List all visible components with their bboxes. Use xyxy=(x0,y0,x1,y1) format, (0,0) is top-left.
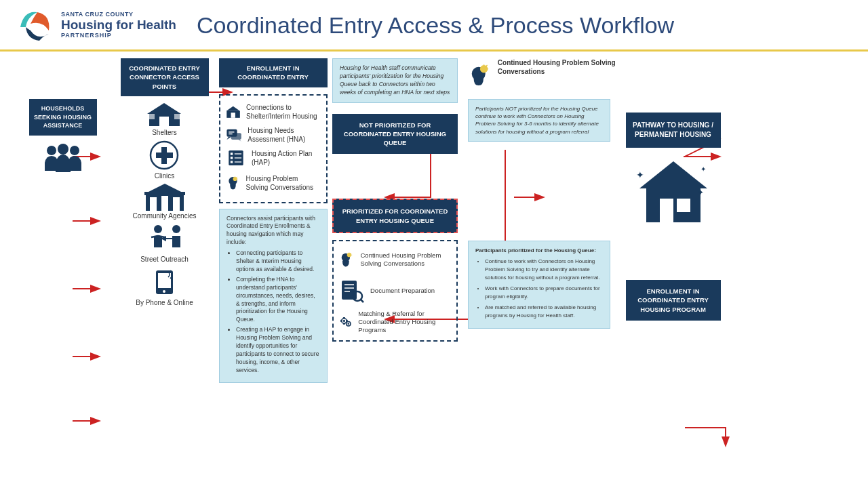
connector-bullet-1: Connecting participants to Shelter & Int… xyxy=(236,249,320,274)
logo-sub: PARTNERSHIP xyxy=(61,33,176,39)
enroll-item-hna: Housing Needs Assessment (HNA) xyxy=(226,125,321,144)
prio-matching-label: Matching & Referral for Coordinated Entr… xyxy=(358,310,451,335)
pathway-box: PATHWAY TO HOUSING / PERMANENT HOUSING xyxy=(626,113,721,148)
svg-point-74 xyxy=(347,323,349,325)
svg-rect-17 xyxy=(159,117,169,126)
enrollment-items-list: Connections to Shelter/Interim Housing H… xyxy=(219,94,328,203)
access-points-title: COORDINATED ENTRY CONNECTOR ACCESS POINT… xyxy=(121,58,209,96)
svg-point-38 xyxy=(163,290,165,293)
connector-bullet-2: Completing the HNA to understand partici… xyxy=(236,276,320,324)
svg-text:✦: ✦ xyxy=(697,188,704,197)
svg-marker-16 xyxy=(147,103,181,114)
header: SANTA CRUZ COUNTY Housing for Health PAR… xyxy=(0,0,868,52)
page-title: Coordinated Entry Access & Process Workf… xyxy=(197,12,674,39)
hna-label: Housing Needs Assessment (HNA) xyxy=(248,126,321,144)
svg-rect-41 xyxy=(231,113,235,118)
svg-rect-86 xyxy=(677,199,690,212)
prio-item-chps: Continued Housing Problem Solving Conver… xyxy=(339,247,451,272)
head-lightbulb-icon xyxy=(468,58,492,92)
logo-text: SANTA CRUZ COUNTY Housing for Health PAR… xyxy=(61,12,176,39)
house-icon: ✦ ✦ ✦ xyxy=(633,158,714,226)
prio-text-box: Participants prioritized for the Housing… xyxy=(468,241,610,329)
phone-icon xyxy=(149,267,180,298)
prio-bullet-1: Continue to work with Connectors on Hous… xyxy=(485,258,603,282)
svg-rect-78 xyxy=(347,320,348,322)
svg-rect-53 xyxy=(231,161,233,163)
svg-rect-75 xyxy=(343,317,345,319)
svg-text:✦: ✦ xyxy=(701,165,706,173)
col4-middle: Housing for Health staff communicate par… xyxy=(332,58,468,462)
hna-icon xyxy=(226,125,242,144)
svg-rect-44 xyxy=(231,133,241,140)
svg-rect-76 xyxy=(343,323,345,325)
svg-point-13 xyxy=(58,144,68,155)
prio-text-intro: Participants prioritized for the Housing… xyxy=(475,247,596,253)
community-label: Community Agencies xyxy=(133,212,197,220)
prio-item-docs: Document Preparation xyxy=(339,278,451,304)
not-prioritized-box: NOT PRIORITIZED FOR COORDINATED ENTRY HO… xyxy=(332,114,458,155)
prio-chps-icon xyxy=(339,247,355,272)
enrollment-title: ENROLLMENT IN COORDINATED ENTRY xyxy=(219,58,328,87)
svg-rect-51 xyxy=(231,157,233,159)
prio-bullet-3: Are matched and referred to available ho… xyxy=(485,304,603,320)
prioritized-items-list: Continued Housing Problem Solving Conver… xyxy=(332,240,458,342)
outreach-label: Street Outreach xyxy=(140,256,189,263)
svg-point-35 xyxy=(172,225,180,233)
svg-line-63 xyxy=(351,253,351,253)
prio-bullet-2: Work with Connectors to prepare document… xyxy=(485,285,603,301)
enrollment-program-box: ENROLLMENT IN COORDINATED ENTRY HOUSING … xyxy=(626,280,721,321)
clinics-label: Clinics xyxy=(155,172,174,180)
access-item-shelters: Shelters xyxy=(146,102,183,136)
svg-rect-22 xyxy=(156,152,173,158)
outreach-icon xyxy=(146,224,183,254)
access-item-phone: By Phone & Online xyxy=(136,267,193,306)
svg-rect-19 xyxy=(174,114,181,119)
col5-right: Continued Housing Problem Solving Conver… xyxy=(468,58,617,462)
shelter-enroll-icon xyxy=(226,102,241,121)
prio-item-matching: Matching & Referral for Coordinated Entr… xyxy=(339,309,451,335)
svg-rect-18 xyxy=(148,114,155,119)
svg-rect-26 xyxy=(173,197,180,211)
svg-rect-25 xyxy=(161,196,168,211)
hap-label: Housing Action Plan (HAP) xyxy=(252,149,321,167)
connectors-text-box: Connectors assist participants with Coor… xyxy=(219,209,328,383)
households-icon xyxy=(39,142,87,180)
main-content: HOUSEHOLDS SEEKING HOUSING ASSISTANCE CO… xyxy=(0,52,868,468)
hfh-text-box: Housing for Health staff communicate par… xyxy=(332,58,458,103)
svg-line-82 xyxy=(486,65,487,66)
col6-pathway: PATHWAY TO HOUSING / PERMANENT HOUSING ✦… xyxy=(617,58,729,462)
hps-icon xyxy=(226,171,241,195)
svg-text:✦: ✦ xyxy=(636,169,644,180)
col1: HOUSEHOLDS SEEKING HOUSING ASSISTANCE xyxy=(10,58,115,462)
svg-line-58 xyxy=(236,177,237,178)
svg-rect-24 xyxy=(150,197,157,211)
access-item-community: Community Agencies xyxy=(133,184,197,220)
continued-housing-label: Continued Housing Problem Solving Conver… xyxy=(498,58,617,76)
not-prio-text-box: Participants NOT prioritized for the Hou… xyxy=(468,99,610,142)
enroll-item-hap: Housing Action Plan (HAP) xyxy=(226,148,321,167)
hap-icon xyxy=(226,148,246,167)
svg-marker-40 xyxy=(226,106,240,110)
svg-rect-85 xyxy=(660,199,673,222)
col3-enrollment: ENROLLMENT IN COORDINATED ENTRY Connecti… xyxy=(214,58,332,462)
clinics-icon xyxy=(149,140,180,171)
enroll-item-shelter: Connections to Shelter/Interim Housing xyxy=(226,102,321,121)
prio-matching-icon xyxy=(339,309,353,335)
svg-point-14 xyxy=(70,146,79,155)
logo-area: SANTA CRUZ COUNTY Housing for Health PAR… xyxy=(14,7,176,44)
phone-label: By Phone & Online xyxy=(136,299,193,306)
enroll-item-hps: Housing Problem Solving Conversations xyxy=(226,171,321,195)
svg-point-12 xyxy=(47,146,56,155)
access-item-clinics: Clinics xyxy=(149,140,180,180)
continued-housing-section: Continued Housing Problem Solving Conver… xyxy=(468,58,617,92)
connector-bullet-3: Creating a HAP to engage in Housing Prob… xyxy=(236,326,320,374)
svg-rect-77 xyxy=(340,320,342,322)
svg-point-72 xyxy=(343,320,345,322)
shelters-icon xyxy=(146,102,183,127)
col2-access-points: COORDINATED ENTRY CONNECTOR ACCESS POINT… xyxy=(115,58,214,462)
shelters-label: Shelters xyxy=(152,129,177,136)
svg-marker-28 xyxy=(146,184,184,193)
connectors-bullets: Connecting participants to Shelter & Int… xyxy=(226,249,320,374)
svg-rect-49 xyxy=(231,152,233,155)
prio-docs-icon xyxy=(339,278,365,304)
